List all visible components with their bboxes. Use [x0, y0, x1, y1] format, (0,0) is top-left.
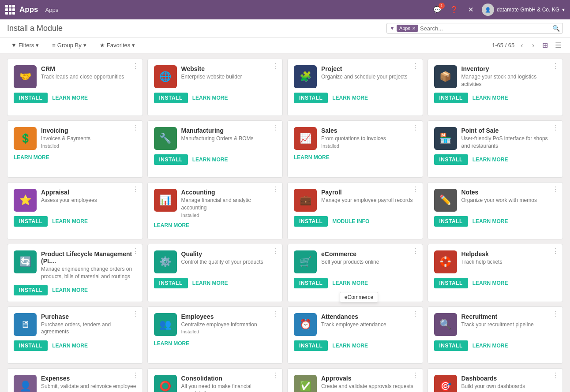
learn-more-btn-1[interactable]: LEARN MORE [52, 95, 88, 101]
learn-more-btn-8[interactable]: LEARN MORE [472, 157, 508, 163]
card-more-btn-8[interactable]: ⋮ [552, 124, 559, 131]
card-more-btn-13[interactable]: ⋮ [132, 248, 139, 255]
card-more-btn-15[interactable]: ⋮ [412, 248, 419, 255]
list-view-btn[interactable]: ☰ [553, 40, 563, 50]
install-btn-4[interactable]: INSTALL [434, 93, 468, 103]
card-more-btn-3[interactable]: ⋮ [412, 63, 419, 70]
app-icon-22: ⭕ [154, 375, 177, 392]
app-desc-19: Track employee attendance [321, 321, 416, 329]
learn-more-btn-15[interactable]: LEARN MORE [332, 280, 368, 286]
card-more-btn-5[interactable]: ⋮ [132, 124, 139, 131]
card-more-btn-17[interactable]: ⋮ [132, 310, 139, 317]
app-desc-12: Organize your work with memos [461, 197, 557, 204]
messages-icon-btn[interactable]: 💬 1 [431, 4, 444, 16]
install-btn-6[interactable]: INSTALL [154, 154, 188, 165]
card-top-24: 🎯 Dashboards Build your own dashboards [434, 375, 557, 392]
filter-tag-apps[interactable]: Apps ✕ [397, 25, 418, 32]
card-more-btn-1[interactable]: ⋮ [132, 63, 139, 70]
learn-more-btn-12[interactable]: LEARN MORE [472, 218, 508, 224]
install-btn-20[interactable]: INSTALL [434, 340, 468, 351]
install-btn-15[interactable]: INSTALL [294, 278, 328, 288]
card-more-btn-9[interactable]: ⋮ [132, 186, 139, 193]
card-more-btn-21[interactable]: ⋮ [132, 372, 139, 379]
install-btn-11[interactable]: INSTALL [294, 216, 328, 227]
card-more-btn-14[interactable]: ⋮ [272, 248, 279, 255]
user-info[interactable]: 👤 datamate GmbH & Co. KG ▾ [482, 4, 565, 16]
learn-more-btn-5[interactable]: LEARN MORE [14, 154, 49, 161]
card-more-btn-2[interactable]: ⋮ [272, 63, 279, 70]
card-info-9: Appraisal Assess your employees [41, 189, 136, 204]
app-desc-2: Enterprise website builder [181, 73, 277, 81]
card-more-btn-4[interactable]: ⋮ [552, 63, 559, 70]
install-btn-1[interactable]: INSTALL [14, 93, 48, 103]
card-more-btn-24[interactable]: ⋮ [552, 372, 559, 379]
install-btn-12[interactable]: INSTALL [434, 216, 468, 227]
card-more-btn-10[interactable]: ⋮ [272, 186, 279, 193]
learn-more-btn-19[interactable]: LEARN MORE [332, 343, 368, 349]
learn-more-btn-7[interactable]: LEARN MORE [294, 154, 330, 161]
install-btn-16[interactable]: INSTALL [434, 278, 468, 288]
module-info-btn-11[interactable]: MODULE INFO [332, 218, 369, 224]
filters-btn[interactable]: ▼ Filters ▾ [7, 40, 43, 50]
grid-menu-icon[interactable] [5, 5, 15, 15]
pager-prev-btn[interactable]: ‹ [518, 41, 525, 50]
card-info-22: Consolidation All you need to make finan… [181, 375, 277, 392]
favorites-btn[interactable]: ★ Favorites ▾ [96, 40, 139, 50]
card-top-22: ⭕ Consolidation All you need to make fin… [154, 375, 277, 392]
learn-more-btn-9[interactable]: LEARN MORE [52, 218, 88, 224]
search-input[interactable] [420, 25, 551, 32]
card-top-14: ⚙️ Quality Control the quality of your p… [154, 250, 277, 273]
learn-more-btn-6[interactable]: LEARN MORE [192, 157, 228, 163]
card-more-btn-6[interactable]: ⋮ [272, 124, 279, 131]
learn-more-btn-13[interactable]: LEARN MORE [52, 287, 88, 293]
card-more-btn-18[interactable]: ⋮ [272, 310, 279, 317]
app-name-4: Inventory [461, 65, 557, 72]
group-by-btn[interactable]: ≡ Group By ▾ [48, 40, 90, 50]
card-more-btn-7[interactable]: ⋮ [412, 124, 419, 131]
app-icon-21: 👤 [14, 375, 37, 392]
app-desc-10: Manage financial and analytic accounting [181, 197, 277, 212]
app-card-17: 🖥 Purchase Purchase orders, tenders and … [7, 306, 143, 364]
card-more-btn-23[interactable]: ⋮ [412, 372, 419, 379]
install-btn-14[interactable]: INSTALL [154, 278, 188, 288]
install-btn-8[interactable]: INSTALL [434, 154, 468, 165]
grid-view-btn[interactable]: ⊞ [540, 40, 550, 50]
learn-more-btn-18[interactable]: LEARN MORE [154, 340, 190, 347]
app-desc-18: Centralize employee information [181, 321, 277, 329]
settings-icon-btn[interactable]: ✕ [465, 4, 477, 16]
install-btn-19[interactable]: INSTALL [294, 340, 328, 351]
card-actions-3: INSTALLLEARN MORE [294, 93, 416, 103]
install-btn-2[interactable]: INSTALL [154, 93, 188, 103]
app-desc-6: Manufacturing Orders & BOMs [181, 135, 277, 142]
learn-more-btn-17[interactable]: LEARN MORE [52, 343, 88, 349]
app-icon-9: ⭐ [14, 189, 37, 212]
learn-more-btn-2[interactable]: LEARN MORE [192, 95, 228, 101]
help-icon-btn[interactable]: ❓ [448, 4, 461, 16]
learn-more-btn-14[interactable]: LEARN MORE [192, 280, 228, 286]
card-info-21: Expenses Submit, validate and reinvoice … [41, 375, 136, 392]
filter-tag-close-icon[interactable]: ✕ [412, 26, 416, 31]
card-more-btn-20[interactable]: ⋮ [552, 310, 559, 317]
card-top-8: 🏪 Point of Sale User-friendly PoS interf… [434, 127, 557, 150]
learn-more-btn-10[interactable]: LEARN MORE [154, 222, 190, 228]
card-more-btn-11[interactable]: ⋮ [412, 186, 419, 193]
card-info-3: Project Organize and schedule your proje… [321, 65, 416, 81]
pager-next-btn[interactable]: › [529, 41, 537, 50]
app-card-14: ⚙️ Quality Control the quality of your p… [147, 244, 283, 302]
card-more-btn-19[interactable]: ⋮ [412, 310, 419, 317]
learn-more-btn-16[interactable]: LEARN MORE [472, 280, 508, 286]
card-actions-14: INSTALLLEARN MORE [154, 278, 277, 288]
learn-more-btn-20[interactable]: LEARN MORE [472, 343, 508, 349]
app-desc-16: Track help tickets [461, 258, 557, 266]
install-btn-13[interactable]: INSTALL [14, 285, 48, 295]
install-btn-17[interactable]: INSTALL [14, 340, 48, 351]
card-info-2: Website Enterprise website builder [181, 65, 277, 81]
search-icon[interactable]: 🔍 [552, 25, 560, 32]
install-btn-3[interactable]: INSTALL [294, 93, 328, 103]
learn-more-btn-4[interactable]: LEARN MORE [472, 95, 508, 101]
card-more-btn-22[interactable]: ⋮ [272, 372, 279, 379]
card-more-btn-16[interactable]: ⋮ [552, 248, 559, 255]
card-more-btn-12[interactable]: ⋮ [552, 186, 559, 193]
install-btn-9[interactable]: INSTALL [14, 216, 48, 227]
learn-more-btn-3[interactable]: LEARN MORE [332, 95, 368, 101]
